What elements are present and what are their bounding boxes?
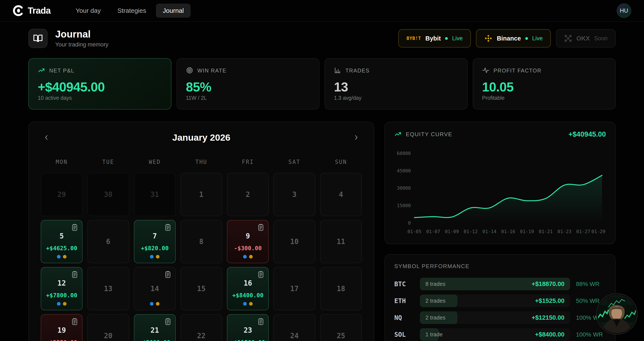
day-header-tue: TUE xyxy=(87,159,129,165)
calendar-day-25[interactable]: 25 xyxy=(320,314,362,341)
calendar-day-23[interactable]: 23+$11500.00 xyxy=(227,314,269,341)
stat-card-net-p-l: NET P&L+$40945.0010 active days xyxy=(28,58,172,110)
nav-item-journal[interactable]: Journal xyxy=(156,4,190,18)
brand-logo[interactable]: Trada xyxy=(13,5,50,16)
day-number: 23 xyxy=(244,326,252,335)
symbol-pnl: +$12150.00 xyxy=(532,314,564,321)
calendar-day-8[interactable]: 8 xyxy=(180,220,222,263)
calendar-day-17[interactable]: 17 xyxy=(274,267,315,310)
day-header-sat: SAT xyxy=(274,159,315,165)
day-pnl-value: +$4625.00 xyxy=(46,245,77,252)
calendar-day-24[interactable]: 24 xyxy=(274,314,315,341)
symbol-row-eth: ETH2 trades+$1525.0050% WR xyxy=(394,295,606,307)
bybit-logo-icon: BYB!T xyxy=(406,36,421,41)
svg-text:30000: 30000 xyxy=(397,185,411,191)
svg-text:01-09: 01-09 xyxy=(445,229,459,234)
stat-value: +$40945.00 xyxy=(38,79,162,94)
page-header: Journal Your trading memory BYB!TBybitLi… xyxy=(28,29,616,48)
calendar-panel: January 2026 MONTUEWEDTHUFRISATSUN 29303… xyxy=(28,122,374,341)
calendar-month-title: January 2026 xyxy=(172,132,230,143)
equity-total: +$40945.00 xyxy=(568,130,606,138)
book-icon xyxy=(33,33,43,43)
calendar-day-9[interactable]: 9-$300.00 xyxy=(227,220,269,263)
svg-text:45000: 45000 xyxy=(397,168,411,173)
calendar-day-2[interactable]: 2 xyxy=(227,173,269,216)
calendar-prev-button[interactable] xyxy=(41,131,53,143)
day-number: 5 xyxy=(60,232,64,240)
nav-items: Your dayStrategiesJournal xyxy=(69,4,191,18)
equity-curve-panel: EQUITY CURVE +$40945.00 0150003000045000… xyxy=(384,122,616,244)
calendar-day-31: 31 xyxy=(134,173,176,216)
page-subtitle: Your trading memory xyxy=(55,41,108,48)
svg-text:01-23: 01-23 xyxy=(558,229,572,234)
calendar-day-13[interactable]: 13 xyxy=(87,267,129,310)
calendar-day-14[interactable]: 14 xyxy=(134,267,176,310)
trada-app: Trada Your dayStrategiesJournal HU Journ… xyxy=(0,0,644,341)
main-content: Journal Your trading memory BYB!TBybitLi… xyxy=(0,29,644,341)
day-pnl-value: -$2250.00 xyxy=(46,339,77,341)
day-number: 7 xyxy=(153,232,157,240)
symbol-row-sol: SOL1 trade+$8400.00100% WR xyxy=(394,328,606,341)
day-number: 13 xyxy=(104,285,112,293)
day-number: 15 xyxy=(197,285,206,293)
day-header-mon: MON xyxy=(41,159,82,165)
calendar-day-20[interactable]: 20 xyxy=(87,314,129,341)
note-icon xyxy=(70,318,79,326)
chevron-left-icon xyxy=(43,134,50,141)
calendar-day-5[interactable]: 5+$4625.00 xyxy=(41,220,82,263)
day-number: 18 xyxy=(337,285,345,293)
note-icon xyxy=(164,223,172,231)
calendar-day-7[interactable]: 7+$820.00 xyxy=(134,220,176,263)
exchange-status: Live xyxy=(532,35,543,42)
day-header-thu: THU xyxy=(180,159,222,165)
binance-logo-icon xyxy=(484,34,492,43)
calendar-day-18[interactable]: 18 xyxy=(320,267,362,310)
live-status-dot-icon xyxy=(525,37,528,40)
stat-label: WIN RATE xyxy=(198,67,226,74)
calendar-day-29: 29 xyxy=(41,173,82,216)
calendar-day-10[interactable]: 10 xyxy=(274,220,315,263)
exchange-status: Live xyxy=(452,35,463,42)
calendar-next-button[interactable] xyxy=(350,131,362,143)
symbol-pnl-bar: 8 trades+$18870.00 xyxy=(420,278,570,290)
calendar-day-3[interactable]: 3 xyxy=(274,173,315,216)
symbol-trades-count: 8 trades xyxy=(426,281,446,287)
exchange-binance-button[interactable]: BinanceLive xyxy=(476,29,551,47)
day-number: 2 xyxy=(246,190,250,199)
calendar-day-16[interactable]: 16+$8400.00 xyxy=(227,267,269,310)
calendar-day-4[interactable]: 4 xyxy=(320,173,362,216)
content-row: January 2026 MONTUEWEDTHUFRISATSUN 29303… xyxy=(28,122,616,341)
calendar-day-6[interactable]: 6 xyxy=(87,220,129,263)
day-header-wed: WED xyxy=(134,159,176,165)
nav-item-strategies[interactable]: Strategies xyxy=(110,4,153,18)
calendar-day-1[interactable]: 1 xyxy=(180,173,222,216)
symbol-name: BTC xyxy=(394,280,414,288)
day-number: 21 xyxy=(150,326,159,335)
exchange-name: Bybit xyxy=(426,35,441,42)
user-avatar[interactable]: HU xyxy=(617,3,631,18)
exchange-dots xyxy=(243,302,253,306)
calendar-day-19[interactable]: 19-$2250.00 xyxy=(41,314,82,341)
stat-subtext: Profitable xyxy=(482,95,606,101)
day-number: 29 xyxy=(57,190,66,199)
trending-up-icon xyxy=(394,130,402,138)
nav-item-your-day[interactable]: Your day xyxy=(69,4,108,18)
exchange-okx-button[interactable]: OKXSoon xyxy=(556,29,616,47)
calendar-day-22[interactable]: 22 xyxy=(180,314,222,341)
symbol-trades-count: 2 trades xyxy=(426,314,446,321)
symbol-rows: BTC8 trades+$18870.0088% WRETH2 trades+$… xyxy=(394,278,606,341)
stat-value: 13 xyxy=(334,79,458,94)
calendar-grid: 29303112345+$4625.0067+$820.0089-$300.00… xyxy=(41,173,362,341)
stat-value: 10.05 xyxy=(482,79,606,94)
stats-row: NET P&L+$40945.0010 active daysWIN RATE8… xyxy=(28,58,616,110)
day-number: 17 xyxy=(290,285,299,293)
calendar-day-12[interactable]: 12+$7800.00 xyxy=(41,267,82,310)
calendar-day-11[interactable]: 11 xyxy=(320,220,362,263)
note-icon xyxy=(257,318,265,326)
calendar-day-15[interactable]: 15 xyxy=(180,267,222,310)
calendar-day-21[interactable]: 21+$2000.00 xyxy=(134,314,176,341)
exchange-bybit-button[interactable]: BYB!TBybitLive xyxy=(398,29,471,47)
webcam-overlay[interactable] xyxy=(598,295,636,333)
svg-text:01-19: 01-19 xyxy=(520,229,534,234)
symbol-row-nq: NQ2 trades+$12150.00100% WR xyxy=(394,311,606,324)
